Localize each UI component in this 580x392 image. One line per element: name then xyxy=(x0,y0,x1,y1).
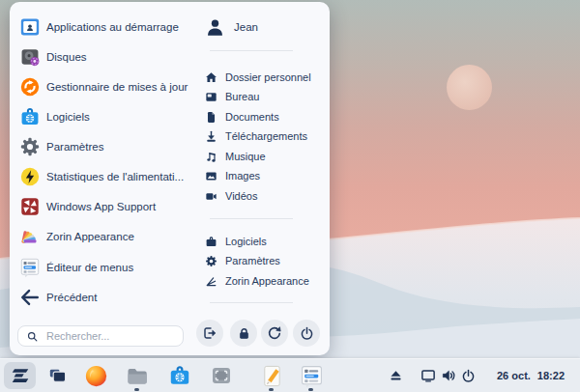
search-input[interactable] xyxy=(44,329,175,343)
image-icon xyxy=(205,170,218,182)
shortcut-zorin-appearance[interactable]: Zorin Appearance xyxy=(205,272,309,290)
software-store-button[interactable] xyxy=(167,363,192,388)
volume-icon xyxy=(441,368,456,383)
software-store-icon xyxy=(168,364,191,387)
menu-item-menu-editor[interactable]: Éditeur de menus xyxy=(19,255,133,280)
place-label: Dossier personnel xyxy=(225,71,311,83)
place-home[interactable]: Dossier personnel xyxy=(205,69,311,86)
running-indicator xyxy=(269,388,274,391)
firefox-button[interactable] xyxy=(83,363,108,388)
startup-apps-icon xyxy=(19,16,41,38)
menu-item-disks[interactable]: Disques xyxy=(19,44,87,70)
window-switcher-icon xyxy=(46,365,69,387)
clock[interactable]: 26 oct. 18:22 xyxy=(497,359,565,392)
divider xyxy=(210,302,293,303)
logout-button[interactable] xyxy=(196,320,223,347)
place-downloads[interactable]: Téléchargements xyxy=(205,127,307,145)
screenshot-button[interactable] xyxy=(209,363,234,388)
logout-icon xyxy=(202,325,218,341)
place-videos[interactable]: Vidéos xyxy=(205,187,257,205)
gear-icon xyxy=(205,255,218,267)
text-editor-button[interactable] xyxy=(259,363,284,388)
place-label: Téléchargements xyxy=(225,130,307,142)
place-documents[interactable]: Documents xyxy=(205,108,279,126)
user-row[interactable]: Jean xyxy=(205,15,258,39)
shortcut-software[interactable]: Logiciels xyxy=(205,233,267,250)
menu-item-label: Disques xyxy=(46,51,87,63)
document-icon xyxy=(205,111,218,124)
menu-editor-button[interactable] xyxy=(299,363,324,388)
menu-item-windows-app-support[interactable]: Windows App Support xyxy=(19,194,156,219)
shortcut-label: Logiciels xyxy=(225,236,267,247)
app-menu-panel: Applications au démarrage Disques Gestio… xyxy=(10,2,330,355)
zorin-menu-button[interactable] xyxy=(4,362,36,389)
zorin-menu-icon xyxy=(10,365,31,386)
volume-button[interactable] xyxy=(441,368,456,383)
files-icon xyxy=(126,364,149,387)
power-icon xyxy=(461,369,476,383)
lock-icon xyxy=(237,326,251,341)
shortcut-settings[interactable]: Paramètres xyxy=(205,252,280,269)
settings-icon xyxy=(19,136,41,157)
search-bar[interactable] xyxy=(17,325,184,347)
download-icon xyxy=(205,130,218,143)
user-name: Jean xyxy=(234,21,258,33)
menu-editor-icon xyxy=(300,364,324,388)
menu-editor-icon xyxy=(19,257,41,278)
menu-back-button[interactable]: Précédent xyxy=(19,285,97,310)
shortcut-label: Paramètres xyxy=(225,255,280,266)
disks-icon xyxy=(19,46,41,68)
clock-date: 26 oct. xyxy=(497,370,531,381)
display-icon xyxy=(420,368,436,383)
software-store-icon xyxy=(19,106,41,127)
eject-button[interactable] xyxy=(389,369,403,383)
search-icon xyxy=(26,330,39,343)
power-icon xyxy=(300,326,314,341)
menu-item-zorin-appearance[interactable]: Zorin Appearance xyxy=(19,224,134,249)
screenshot-icon xyxy=(210,364,233,387)
place-desktop[interactable]: Bureau xyxy=(205,88,259,105)
firefox-icon xyxy=(84,364,108,388)
running-indicator xyxy=(134,388,139,391)
files-button[interactable] xyxy=(125,363,150,388)
eject-icon xyxy=(389,369,403,383)
menu-item-label: Statistiques de l'alimentati... xyxy=(46,171,184,182)
menu-item-label: Windows App Support xyxy=(46,201,156,212)
software-updater-icon xyxy=(19,76,41,98)
shortcut-label: Zorin Appearance xyxy=(225,275,309,287)
display-button[interactable] xyxy=(420,368,436,383)
avatar xyxy=(205,17,225,38)
power-tray-button[interactable] xyxy=(461,369,476,383)
divider xyxy=(210,50,293,51)
taskbar: 26 oct. 18:22 xyxy=(0,358,580,392)
menu-item-startup-applications[interactable]: Applications au démarrage xyxy=(19,14,179,40)
power-button[interactable] xyxy=(293,320,320,347)
menu-back-label: Précédent xyxy=(46,292,97,303)
video-icon xyxy=(205,190,218,203)
menu-item-label: Applications au démarrage xyxy=(46,21,179,33)
restart-icon xyxy=(267,325,282,341)
place-label: Vidéos xyxy=(225,190,257,202)
place-label: Musique xyxy=(225,151,266,162)
lock-button[interactable] xyxy=(230,320,257,347)
menu-item-label: Paramètres xyxy=(46,141,103,153)
place-pictures[interactable]: Images xyxy=(205,167,260,184)
menu-item-label: Zorin Appearance xyxy=(46,231,134,242)
divider xyxy=(210,218,293,219)
place-label: Bureau xyxy=(225,91,259,102)
power-statistics-icon xyxy=(19,166,41,187)
menu-item-software[interactable]: Logiciels xyxy=(19,104,90,129)
menu-item-label: Gestionnaire de mises à jour xyxy=(46,81,188,93)
place-music[interactable]: Musique xyxy=(205,148,266,165)
place-label: Images xyxy=(225,170,260,182)
briefcase-icon xyxy=(205,236,218,248)
menu-item-settings[interactable]: Paramètres xyxy=(19,134,103,159)
menu-item-software-updater[interactable]: Gestionnaire de mises à jour xyxy=(19,74,188,99)
window-switcher-button[interactable] xyxy=(44,363,70,388)
place-label: Documents xyxy=(225,111,279,123)
zorin-appearance-icon xyxy=(19,226,41,247)
restart-button[interactable] xyxy=(261,320,288,347)
menu-item-power-statistics[interactable]: Statistiques de l'alimentati... xyxy=(19,164,184,189)
arrow-left-icon xyxy=(19,287,41,308)
menu-item-label: Éditeur de menus xyxy=(46,262,133,273)
